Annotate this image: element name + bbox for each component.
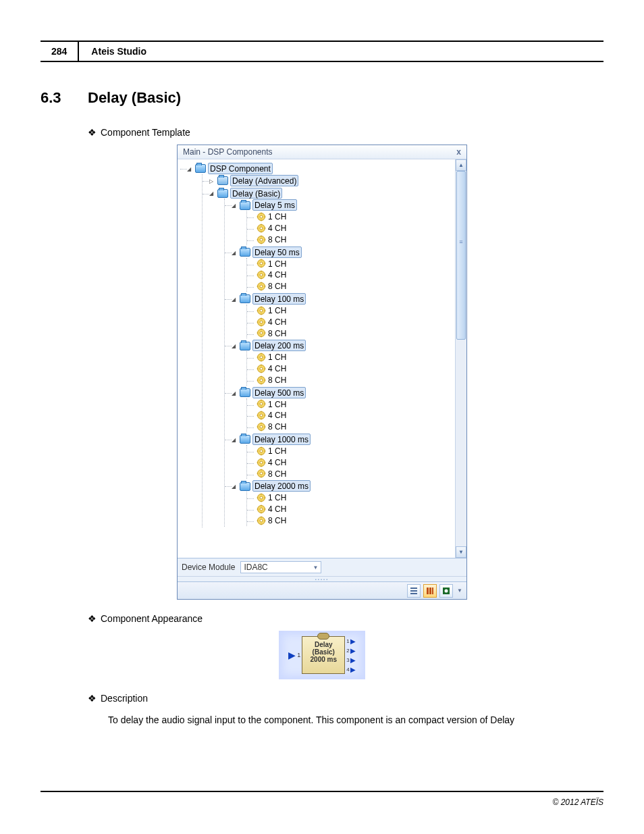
tree-leaf[interactable]: 4 CH [247,503,455,515]
output-port-number: 2 [346,648,349,654]
toggle-icon[interactable] [187,165,194,172]
output-arrow-icon: ▶ [350,637,356,645]
tree-folder[interactable]: Delay 1000 ms1 CH4 CH8 CH [225,433,455,479]
toggle-icon[interactable] [232,436,238,443]
tree-leaf[interactable]: 8 CH [247,328,455,339]
gear-icon [257,399,266,409]
tree-leaf[interactable]: 4 CH [247,409,455,421]
toggle-icon[interactable] [232,342,238,349]
output-arrow-icon: ▶ [350,656,356,664]
tree-folder[interactable]: Delay 500 ms1 CH4 CH8 CH [225,386,455,433]
gear-icon [257,364,266,373]
tree-leaf[interactable]: 8 CH [247,280,455,292]
tree-node-label: 8 CH [268,422,286,432]
tree-leaf[interactable]: 4 CH [247,457,455,468]
tree-node-label: 4 CH [268,458,286,467]
svg-point-121 [260,519,263,522]
tree-node-label: Delay 200 ms [254,341,304,350]
toggle-icon[interactable] [209,178,216,184]
tree-node-label: Delay 1000 ms [254,435,308,444]
folder-icon [240,388,250,397]
svg-point-73 [260,402,263,405]
gear-icon [257,375,266,385]
scroll-down-button[interactable]: ▼ [456,546,466,558]
tree-node-label: 8 CH [268,328,286,338]
tree-node-label: 8 CH [268,469,286,478]
tree-folder[interactable]: Delay 200 ms1 CH4 CH8 CH [225,339,455,386]
tree-folder[interactable]: Delay 2000 ms1 CH4 CH8 CH [225,479,455,526]
tree-leaf[interactable]: 1 CH [247,305,455,316]
tree-folder[interactable]: Delay (Advanced) [203,174,455,187]
tree-leaf[interactable]: 1 CH [247,258,455,269]
view-columns-button[interactable] [423,584,437,598]
tree-leaf[interactable]: 4 CH [247,269,455,280]
folder-icon [195,164,206,173]
folder-icon [240,482,250,491]
tree-leaf[interactable]: 8 CH [247,374,455,386]
tree-leaf[interactable]: 1 CH [247,351,455,363]
view-list-button[interactable] [407,584,421,598]
tree-leaf[interactable]: 1 CH [247,398,455,410]
tree-node-label: 1 CH [268,306,286,315]
scroll-thumb[interactable] [456,171,466,340]
tree-folder[interactable]: Delay 100 ms1 CH4 CH8 CH [225,292,455,339]
toggle-icon[interactable] [232,249,238,256]
tree-leaf[interactable]: 4 CH [247,222,455,234]
gear-icon [257,317,266,327]
toggle-icon[interactable] [232,202,238,209]
gear-icon [257,516,266,525]
tree-leaf[interactable]: 1 CH [247,445,455,457]
resize-grip[interactable]: ••••• [178,576,466,581]
tree-view[interactable]: DSP ComponentDelay (Advanced)Delay (Basi… [178,159,455,558]
tree-folder[interactable]: Delay (Basic)Delay 5 ms1 CH4 CH8 CHDelay… [203,187,455,527]
folder-icon [240,435,250,444]
gear-icon [257,422,266,432]
component-body[interactable]: Delay (Basic) 2000 ms [302,636,345,674]
scrollbar-vertical[interactable]: ▲ ▼ [455,159,466,558]
tree-leaf[interactable]: 4 CH [247,363,455,374]
toggle-icon[interactable] [232,483,238,490]
tree-node-label: 4 CH [268,224,286,233]
scroll-up-button[interactable]: ▲ [456,159,466,171]
tree-leaf[interactable]: 8 CH [247,515,455,526]
panel-statusbar: ▼ [178,581,466,599]
device-module-label: Device Module [182,563,235,572]
status-dropdown-arrow[interactable]: ▼ [457,588,462,594]
tree-leaf[interactable]: 8 CH [247,234,455,245]
tree-folder[interactable]: Delay 5 ms1 CH4 CH8 CH [225,199,455,245]
gear-icon [257,353,266,362]
scroll-track[interactable] [456,171,466,546]
device-module-dropdown[interactable]: IDA8C ▼ [240,561,321,573]
svg-point-103 [260,472,263,475]
toggle-icon[interactable] [209,190,216,197]
gear-icon [257,282,266,291]
view-icons-button[interactable] [439,584,453,598]
tree-node-label: Delay 500 ms [254,388,304,398]
toggle-icon[interactable] [232,390,238,396]
tree-node-label: 8 CH [268,235,286,244]
component-handle-icon [317,633,329,640]
tree-leaf[interactable]: 8 CH [247,421,455,432]
toggle-icon[interactable] [232,296,238,303]
svg-rect-131 [432,588,433,594]
close-icon[interactable]: x [456,147,461,157]
gear-icon [257,224,266,233]
tree-leaf[interactable]: 1 CH [247,211,455,222]
output-port: 2▶ [346,646,355,655]
tree-folder[interactable]: DSP ComponentDelay (Advanced)Delay (Basi… [180,162,455,528]
bullet-component-template: Component Template [88,127,603,138]
svg-point-91 [260,450,263,452]
svg-point-109 [260,496,263,499]
tree-node-label: 1 CH [268,259,286,268]
header-title: Ateis Studio [79,42,159,61]
tree-leaf[interactable]: 8 CH [247,468,455,479]
tree-folder[interactable]: Delay 50 ms1 CH4 CH8 CH [225,246,455,292]
component-block: ▶ 1 Delay (Basic) 2000 ms 1▶2▶3▶4▶ [279,631,365,679]
device-module-row: Device Module IDA8C ▼ [178,558,466,576]
component-label-line3: 2000 ms [304,656,343,663]
svg-rect-126 [410,588,417,589]
gear-icon [257,235,266,244]
gear-icon [257,493,266,502]
tree-leaf[interactable]: 4 CH [247,316,455,328]
tree-leaf[interactable]: 1 CH [247,492,455,503]
